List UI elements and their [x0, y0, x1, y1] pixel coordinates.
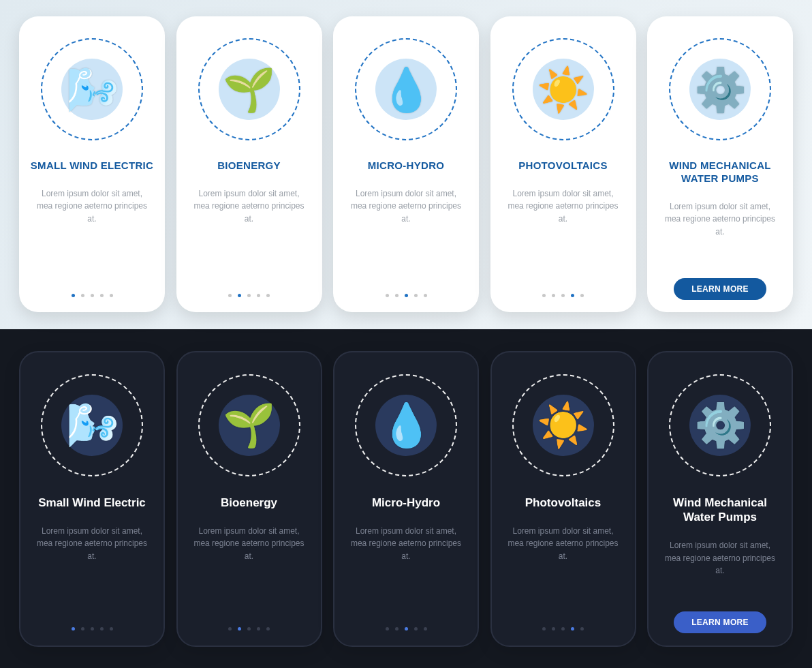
wind-pump-icon: ⚙️	[669, 38, 771, 140]
pagination-dots	[228, 627, 270, 631]
onboarding-card: 🌱BIOENERGYLorem ipsum dolor sit amet, me…	[176, 16, 322, 312]
card-description: Lorem ipsum dolor sit amet, mea regione …	[187, 187, 311, 226]
pagination-dot[interactable]	[561, 627, 565, 631]
pagination-dot[interactable]	[81, 627, 84, 631]
pagination-dot[interactable]	[238, 294, 241, 297]
bioenergy-icon: 🌱	[198, 374, 300, 476]
pagination-dots	[386, 294, 427, 297]
pagination-dot[interactable]	[561, 294, 565, 297]
card-title: Bioenergy	[221, 496, 277, 510]
bioenergy-icon: 🌱	[198, 38, 300, 140]
onboarding-card: ☀️PhotovoltaicsLorem ipsum dolor sit ame…	[490, 351, 636, 647]
pagination-dots	[72, 627, 113, 631]
pagination-dot[interactable]	[542, 294, 546, 297]
card-title: WIND MECHANICAL WATER PUMPS	[658, 160, 782, 185]
photovoltaics-icon: ☀️	[512, 374, 614, 476]
pagination-dot[interactable]	[405, 294, 408, 297]
pagination-dot[interactable]	[100, 294, 104, 297]
pagination-dot[interactable]	[552, 627, 555, 631]
learn-more-button[interactable]: LEARN MORE	[674, 278, 766, 300]
icon-glyph: 💧	[380, 400, 433, 450]
pagination-dot[interactable]	[257, 294, 260, 297]
pagination-dot[interactable]	[72, 627, 75, 631]
micro-hydro-icon: 💧	[355, 374, 457, 476]
onboarding-card: 🌱BioenergyLorem ipsum dolor sit amet, me…	[176, 351, 322, 647]
card-title: Micro-Hydro	[372, 496, 440, 510]
pagination-dot[interactable]	[386, 294, 389, 297]
card-description: Lorem ipsum dolor sit amet, mea regione …	[189, 525, 310, 563]
pagination-dot[interactable]	[91, 627, 94, 631]
icon-glyph: ☀️	[537, 65, 589, 115]
card-description: Lorem ipsum dolor sit amet, mea regione …	[658, 200, 782, 239]
card-description: Lorem ipsum dolor sit amet, mea regione …	[344, 187, 468, 226]
pagination-dot[interactable]	[266, 627, 270, 631]
icon-glyph: 🌱	[223, 65, 275, 115]
onboarding-card: ⚙️Wind Mechanical Water PumpsLorem ipsum…	[647, 351, 793, 647]
pagination-dot[interactable]	[81, 294, 84, 297]
pagination-dot[interactable]	[257, 627, 260, 631]
onboarding-card: 💧Micro-HydroLorem ipsum dolor sit amet, …	[333, 351, 479, 647]
pagination-dot[interactable]	[424, 294, 427, 297]
icon-glyph: 🌬️	[66, 65, 119, 115]
pagination-dot[interactable]	[405, 627, 408, 631]
icon-glyph: 💧	[380, 65, 433, 115]
card-description: Lorem ipsum dolor sit amet, mea regione …	[345, 525, 467, 563]
pagination-dot[interactable]	[238, 627, 241, 631]
onboarding-card: 💧MICRO-HYDROLorem ipsum dolor sit amet, …	[333, 16, 479, 312]
card-title: MICRO-HYDRO	[368, 160, 444, 172]
dark-section: 🌬️Small Wind ElectricLorem ipsum dolor s…	[0, 329, 812, 668]
pagination-dot[interactable]	[552, 294, 555, 297]
card-title: SMALL WIND ELECTRIC	[31, 160, 153, 172]
onboarding-card: ☀️PHOTOVOLTAICSLorem ipsum dolor sit ame…	[490, 16, 636, 312]
pagination-dot[interactable]	[580, 627, 584, 631]
pagination-dot[interactable]	[395, 294, 399, 297]
onboarding-card: 🌬️Small Wind ElectricLorem ipsum dolor s…	[19, 351, 165, 647]
wind-pump-icon: ⚙️	[669, 374, 771, 476]
pagination-dot[interactable]	[72, 294, 75, 297]
pagination-dot[interactable]	[247, 294, 251, 297]
card-title: Small Wind Electric	[38, 496, 146, 510]
pagination-dot[interactable]	[100, 627, 104, 631]
pagination-dot[interactable]	[580, 294, 584, 297]
onboarding-card: ⚙️WIND MECHANICAL WATER PUMPSLorem ipsum…	[647, 16, 793, 312]
pagination-dot[interactable]	[542, 627, 546, 631]
photovoltaics-icon: ☀️	[512, 38, 614, 140]
pagination-dot[interactable]	[424, 627, 427, 631]
pagination-dot[interactable]	[110, 294, 113, 297]
pagination-dot[interactable]	[91, 294, 94, 297]
pagination-dot[interactable]	[414, 627, 418, 631]
pagination-dot[interactable]	[414, 294, 418, 297]
pagination-dot[interactable]	[395, 627, 399, 631]
pagination-dot[interactable]	[228, 627, 232, 631]
pagination-dot[interactable]	[110, 627, 113, 631]
pagination-dots	[542, 294, 584, 297]
card-description: Lorem ipsum dolor sit amet, mea regione …	[30, 187, 154, 226]
pagination-dot[interactable]	[247, 627, 251, 631]
pagination-dots	[72, 294, 113, 297]
pagination-dots	[386, 627, 427, 631]
pagination-dot[interactable]	[571, 627, 574, 631]
pagination-dot[interactable]	[571, 294, 574, 297]
card-description: Lorem ipsum dolor sit amet, mea regione …	[501, 187, 625, 226]
icon-glyph: ⚙️	[694, 65, 747, 115]
icon-glyph: ⚙️	[694, 400, 747, 450]
icon-glyph: ☀️	[537, 400, 589, 450]
pagination-dot[interactable]	[266, 294, 270, 297]
learn-more-button[interactable]: LEARN MORE	[674, 611, 766, 633]
card-description: Lorem ipsum dolor sit amet, mea regione …	[659, 539, 781, 577]
card-description: Lorem ipsum dolor sit amet, mea regione …	[31, 525, 153, 563]
pagination-dot[interactable]	[386, 627, 389, 631]
micro-hydro-icon: 💧	[355, 38, 457, 140]
card-title: PHOTOVOLTAICS	[518, 160, 608, 172]
card-description: Lorem ipsum dolor sit amet, mea regione …	[503, 525, 624, 563]
card-title: BIOENERGY	[217, 160, 281, 172]
wind-electric-icon: 🌬️	[41, 374, 143, 476]
light-section: 🌬️SMALL WIND ELECTRICLorem ipsum dolor s…	[0, 0, 812, 329]
pagination-dot[interactable]	[228, 294, 232, 297]
icon-glyph: 🌱	[223, 400, 275, 450]
wind-electric-icon: 🌬️	[41, 38, 143, 140]
onboarding-card: 🌬️SMALL WIND ELECTRICLorem ipsum dolor s…	[19, 16, 165, 312]
card-title: Wind Mechanical Water Pumps	[659, 496, 781, 525]
pagination-dots	[228, 294, 270, 297]
icon-glyph: 🌬️	[66, 400, 119, 450]
